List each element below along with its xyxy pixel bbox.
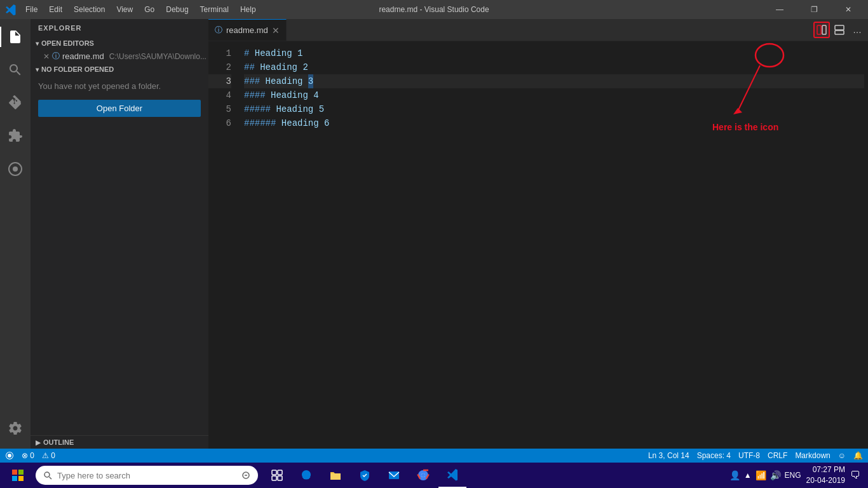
notification-icon[interactable]: 🗨 <box>850 470 860 481</box>
status-line-ending[interactable]: CRLF <box>768 451 787 460</box>
titlebar-menu: File Edit Selection View Go Debug Termin… <box>20 4 261 15</box>
open-editors-label: Open Editors <box>41 39 94 47</box>
more-actions-button[interactable]: … <box>849 22 865 38</box>
close-button[interactable]: ✕ <box>834 0 863 19</box>
menu-terminal[interactable]: Terminal <box>195 4 234 15</box>
menu-selection[interactable]: Selection <box>69 4 110 15</box>
editor-content[interactable]: 1 2 3 4 5 6 # Heading 1 ## Heading 2 ###… <box>208 41 868 449</box>
language-label[interactable]: ENG <box>785 471 801 480</box>
network-icon[interactable]: 📶 <box>756 470 766 480</box>
taskbar-defender[interactable] <box>351 463 379 488</box>
no-folder-header[interactable]: ▾ No Folder Opened <box>31 63 208 76</box>
activity-settings[interactable] <box>0 413 31 444</box>
status-language[interactable]: Markdown <box>795 451 830 460</box>
heading-text-6: Heading 6 <box>276 116 329 130</box>
activity-search[interactable] <box>0 55 31 85</box>
status-remote[interactable] <box>5 451 14 460</box>
svg-rect-20 <box>272 476 276 480</box>
taskbar-clock[interactable]: 07:27 PM 20-04-2019 <box>806 464 845 486</box>
svg-rect-13 <box>18 476 24 481</box>
status-warnings[interactable]: ⚠ 0 <box>42 451 55 460</box>
status-left: ⊗ 0 ⚠ 0 <box>5 451 55 460</box>
hash-6: ###### <box>244 116 276 130</box>
main-layout: Explorer ▾ Open Editors ✕ ⓘ readme.md C:… <box>0 19 868 449</box>
activity-remote[interactable] <box>0 154 31 184</box>
svg-rect-11 <box>18 470 24 475</box>
svg-rect-5 <box>835 30 844 34</box>
outline-header[interactable]: ▶ Outline <box>31 436 208 449</box>
file-tab-name: readme.md <box>62 51 104 61</box>
taskbar: 👤 ▲ 📶 🔊 ENG 07:27 PM 20-04-2019 🗨 <box>0 463 868 488</box>
sidebar-header: Explorer <box>31 19 208 37</box>
maximize-button[interactable]: ❐ <box>799 0 829 19</box>
open-editors-header[interactable]: ▾ Open Editors <box>31 37 208 50</box>
menu-debug[interactable]: Debug <box>161 4 193 15</box>
taskbar-chrome[interactable] <box>409 463 437 488</box>
tab-close-icon[interactable]: ✕ <box>272 25 280 36</box>
taskbar-search[interactable] <box>36 466 258 485</box>
activity-extensions[interactable] <box>0 121 31 151</box>
open-folder-button[interactable]: Open Folder <box>38 100 201 117</box>
close-editor-icon[interactable]: ✕ <box>43 52 50 61</box>
menu-edit[interactable]: Edit <box>44 4 67 15</box>
open-editors-section: ▾ Open Editors ✕ ⓘ readme.md C:\Users\SA… <box>31 37 208 63</box>
svg-line-15 <box>50 477 52 480</box>
code-line-3: ### Heading 3 <box>244 74 864 88</box>
svg-rect-18 <box>272 470 276 475</box>
split-editor-button[interactable] <box>813 22 830 38</box>
titlebar-left: File Edit Selection View Go Debug Termin… <box>5 4 261 15</box>
line-numbers: 1 2 3 4 5 6 <box>208 46 240 449</box>
menu-view[interactable]: View <box>111 4 138 15</box>
heading-text-1: Heading 1 <box>249 46 302 60</box>
code-line-1: # Heading 1 <box>244 46 864 60</box>
chevron-right-icon-outline: ▶ <box>36 439 41 446</box>
start-button[interactable] <box>3 463 33 488</box>
no-folder-text: You have not yet opened a folder. <box>38 81 201 92</box>
taskbar-task-view[interactable] <box>263 463 291 488</box>
svg-rect-4 <box>835 25 844 30</box>
no-folder-content: You have not yet opened a folder. Open F… <box>31 76 208 122</box>
selected-char: 3 <box>308 74 313 88</box>
svg-rect-10 <box>12 470 17 475</box>
taskbar-edge[interactable] <box>292 463 320 488</box>
minimize-button[interactable]: — <box>765 0 794 19</box>
svg-point-1 <box>13 166 18 172</box>
tab-readme[interactable]: ⓘ readme.md ✕ <box>208 19 287 41</box>
outline-section: ▶ Outline <box>31 435 208 449</box>
status-ln-col[interactable]: Ln 3, Col 14 <box>648 451 689 460</box>
taskbar-vscode[interactable] <box>438 463 466 488</box>
file-tab-path: C:\Users\SAUMYA\Downlo... <box>109 52 207 61</box>
heading-text-2: Heading 2 <box>255 60 308 74</box>
open-editor-item[interactable]: ✕ ⓘ readme.md C:\Users\SAUMYA\Downlo... <box>31 50 208 63</box>
editor-area: ⓘ readme.md ✕ … <box>208 19 868 449</box>
taskbar-mail[interactable] <box>380 463 408 488</box>
split-editor-right-button[interactable] <box>831 22 848 38</box>
code-line-6: ###### Heading 6 <box>244 116 864 130</box>
taskbar-apps <box>263 463 466 488</box>
code-editor[interactable]: # Heading 1 ## Heading 2 ### Heading 3 #… <box>240 46 868 449</box>
tab-label: readme.md <box>226 25 268 35</box>
svg-point-25 <box>421 473 425 477</box>
person-icon[interactable]: 👤 <box>729 470 740 480</box>
status-smiley[interactable]: ☺ <box>838 451 846 460</box>
hash-3: ### <box>244 74 260 88</box>
taskbar-file-explorer[interactable] <box>322 463 349 488</box>
show-hidden-icons[interactable]: ▲ <box>744 471 752 480</box>
menu-file[interactable]: File <box>20 4 43 15</box>
activity-explorer[interactable] <box>0 22 31 52</box>
tab-info-icon: ⓘ <box>215 25 222 36</box>
status-spaces[interactable]: Spaces: 4 <box>697 451 731 460</box>
search-input[interactable] <box>57 471 236 480</box>
heading-text-3: Heading <box>260 74 308 88</box>
hash-5: ##### <box>244 102 271 116</box>
status-errors[interactable]: ⊗ 0 <box>22 451 34 460</box>
svg-rect-3 <box>822 25 826 34</box>
heading-text-5: Heading 5 <box>271 102 324 116</box>
volume-icon[interactable]: 🔊 <box>770 470 781 480</box>
menu-help[interactable]: Help <box>235 4 261 15</box>
status-encoding[interactable]: UTF-8 <box>738 451 760 460</box>
activity-git[interactable] <box>0 88 31 118</box>
outline-label: Outline <box>43 438 74 446</box>
menu-go[interactable]: Go <box>139 4 159 15</box>
status-notification-bell[interactable]: 🔔 <box>853 451 863 460</box>
